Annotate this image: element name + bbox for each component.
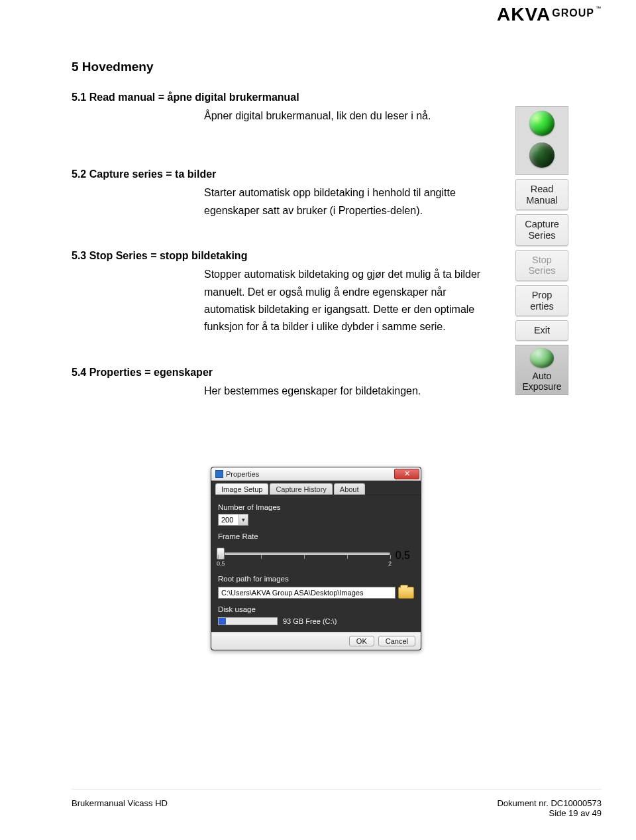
dialog-title: Properties	[226, 470, 259, 478]
section-5-1-body: Åpner digital brukermanual, lik den du l…	[204, 107, 496, 125]
auto-exposure-knob-icon	[530, 348, 554, 368]
footer-page-number: Side 19 av 49	[497, 808, 602, 818]
section-5-3-body: Stopper automatisk bildetaking og gjør d…	[204, 266, 496, 336]
section-5-1-heading: 5.1 Read manual = åpne digital brukerman…	[72, 91, 496, 103]
num-images-value: 200	[221, 516, 233, 524]
properties-button[interactable]: Prop erties	[515, 285, 568, 316]
disk-usage-bar	[218, 617, 278, 625]
capture-series-button[interactable]: Capture Series	[515, 214, 568, 245]
section-5-2-heading: 5.2 Capture series = ta bilder	[72, 168, 496, 180]
section-5-4-heading: 5.4 Properties = egenskaper	[72, 367, 496, 379]
chapter-heading: 5 Hovedmeny	[72, 60, 496, 74]
dialog-button-row: OK Cancel	[211, 632, 421, 650]
cancel-button[interactable]: Cancel	[378, 636, 415, 646]
root-path-input[interactable]	[218, 587, 396, 599]
read-manual-button[interactable]: Read Manual	[515, 179, 568, 210]
ok-button[interactable]: OK	[349, 636, 374, 646]
section-5-4-body: Her bestemmes egenskaper for bildetaking…	[204, 383, 496, 400]
frame-rate-readout: 0,5	[396, 550, 410, 562]
tab-about[interactable]: About	[334, 483, 365, 495]
section-5-2-body: Starter automatisk opp bildetaking i hen…	[204, 184, 496, 219]
status-indicators	[515, 106, 568, 175]
footer-left: Brukermanual Vicass HD	[72, 798, 168, 818]
frame-rate-scale-low: 0,5	[217, 560, 225, 567]
chevron-down-icon: ▾	[238, 514, 248, 525]
dialog-titlebar: Properties ✕	[211, 467, 421, 481]
browse-folder-button[interactable]	[398, 587, 414, 599]
dialog-content: Number of Images 200 ▾ Frame Rate 0,5 2 …	[211, 495, 421, 632]
status-led-idle-icon	[529, 143, 555, 168]
auto-exposure-toggle[interactable]: Auto Exposure	[515, 345, 568, 395]
main-menu-panel: Read Manual Capture Series Stop Series P…	[515, 106, 568, 395]
disk-usage-label: Disk usage	[218, 605, 414, 613]
tab-image-setup[interactable]: Image Setup	[215, 483, 268, 495]
footer-rule	[72, 789, 602, 790]
page-footer: Brukermanual Vicass HD Dokument nr. DC10…	[72, 798, 602, 818]
close-button[interactable]: ✕	[394, 469, 419, 479]
exit-button[interactable]: Exit	[515, 320, 568, 341]
document-body: 5 Hovedmeny 5.1 Read manual = åpne digit…	[72, 60, 496, 400]
close-icon: ✕	[404, 470, 410, 477]
app-icon	[215, 470, 223, 478]
root-path-label: Root path for images	[218, 575, 414, 583]
properties-dialog-screenshot: Properties ✕ Image Setup Capture History…	[211, 467, 421, 650]
num-images-select[interactable]: 200 ▾	[218, 514, 248, 526]
frame-rate-slider[interactable]: 0,5 2 0,5	[218, 546, 390, 566]
dialog-tabs: Image Setup Capture History About	[211, 481, 421, 495]
logo-brand: AKVA	[497, 4, 551, 25]
section-5-3-heading: 5.3 Stop Series = stopp bildetaking	[72, 250, 496, 262]
status-led-active-icon	[529, 111, 555, 136]
logo-sub: GROUP	[552, 7, 594, 19]
brand-logo: AKVA GROUP ™	[497, 4, 602, 25]
frame-rate-scale-high: 2	[388, 560, 392, 567]
disk-free-text: 93 GB Free (C:\)	[283, 617, 337, 625]
footer-doc-number: Dokument nr. DC10000573	[497, 798, 602, 808]
stop-series-button[interactable]: Stop Series	[515, 250, 568, 281]
frame-rate-label: Frame Rate	[218, 532, 414, 540]
auto-exposure-label: Auto Exposure	[516, 371, 568, 392]
logo-tm: ™	[596, 5, 602, 11]
num-images-label: Number of Images	[218, 503, 414, 511]
tab-capture-history[interactable]: Capture History	[270, 483, 332, 495]
properties-dialog: Properties ✕ Image Setup Capture History…	[211, 467, 421, 650]
